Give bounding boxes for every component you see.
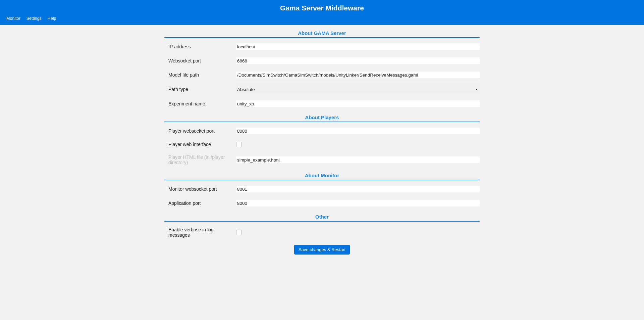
row-player-html-file: Player HTML file (in /player directory): [164, 152, 480, 167]
select-path-type[interactable]: Absolute: [236, 86, 480, 93]
nav-settings[interactable]: Settings: [23, 15, 45, 22]
row-verbose: Enable verbose in log messages: [164, 225, 480, 240]
label-model-path: Model file path: [168, 72, 236, 78]
row-experiment-name: Experiment name: [164, 98, 480, 109]
label-experiment-name: Experiment name: [168, 101, 236, 106]
label-player-ws-port: Player websocket port: [168, 128, 236, 134]
row-model-path: Model file path: [164, 70, 480, 80]
row-application-port: Application port: [164, 198, 480, 209]
section-title-monitor: About Monitor: [164, 171, 480, 180]
label-monitor-ws-port: Monitor websocket port: [168, 186, 236, 192]
main-nav: Monitor Settings Help: [0, 15, 644, 25]
label-ws-port: Websocket port: [168, 58, 236, 63]
save-button[interactable]: Save changes & Restart: [294, 245, 350, 255]
save-row: Save changes & Restart: [164, 245, 480, 255]
section-title-gama: About GAMA Server: [164, 28, 480, 38]
row-path-type: Path type Absolute: [164, 84, 480, 95]
app-header: Gama Server Middleware Monitor Settings …: [0, 0, 644, 25]
select-wrapper-path-type: Absolute: [236, 86, 480, 93]
input-experiment-name[interactable]: [236, 100, 480, 107]
label-player-html-file: Player HTML file (in /player directory): [168, 154, 236, 165]
input-monitor-ws-port[interactable]: [236, 186, 480, 192]
input-player-ws-port[interactable]: [236, 128, 480, 134]
row-player-ws-port: Player websocket port: [164, 126, 480, 136]
label-player-web-interface: Player web interface: [168, 142, 236, 147]
checkbox-player-web-interface[interactable]: [236, 142, 241, 147]
row-ws-port: Websocket port: [164, 55, 480, 66]
label-application-port: Application port: [168, 200, 236, 206]
nav-monitor[interactable]: Monitor: [3, 15, 23, 22]
settings-form: About GAMA Server IP address Websocket p…: [164, 25, 480, 265]
row-ip-address: IP address: [164, 41, 480, 52]
app-title: Gama Server Middleware: [0, 3, 644, 15]
checkbox-verbose[interactable]: [236, 230, 241, 235]
section-title-players: About Players: [164, 112, 480, 122]
row-monitor-ws-port: Monitor websocket port: [164, 184, 480, 194]
input-ws-port[interactable]: [236, 57, 480, 64]
row-player-web-interface: Player web interface: [164, 140, 480, 149]
input-application-port[interactable]: [236, 200, 480, 207]
input-ip-address[interactable]: [236, 43, 480, 50]
input-player-html-file: [236, 156, 480, 163]
label-verbose: Enable verbose in log messages: [168, 227, 236, 238]
nav-help[interactable]: Help: [45, 15, 59, 22]
label-ip-address: IP address: [168, 44, 236, 49]
input-model-path[interactable]: [236, 72, 480, 78]
label-path-type: Path type: [168, 87, 236, 92]
section-title-other: Other: [164, 212, 480, 222]
